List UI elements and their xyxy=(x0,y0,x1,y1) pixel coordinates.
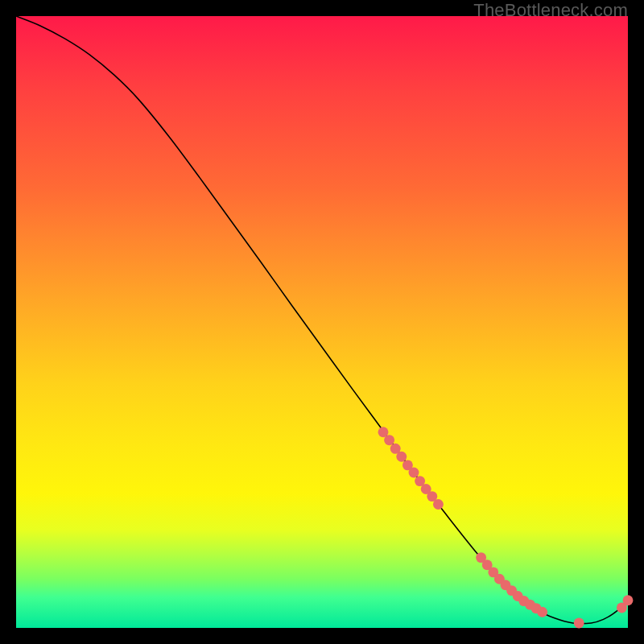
watermark-text: TheBottleneck.com xyxy=(473,0,628,21)
curve-layer xyxy=(16,16,628,624)
data-point xyxy=(433,499,444,510)
data-point xyxy=(574,617,584,628)
bottleneck-curve xyxy=(16,16,628,624)
data-point xyxy=(537,607,547,617)
data-point xyxy=(384,435,394,445)
marker-layer xyxy=(378,427,634,628)
chart-svg xyxy=(16,16,628,628)
data-point xyxy=(396,452,407,462)
data-point xyxy=(623,595,634,605)
plot-area xyxy=(16,16,628,628)
chart-stage: TheBottleneck.com xyxy=(0,0,644,644)
data-point xyxy=(409,468,419,478)
